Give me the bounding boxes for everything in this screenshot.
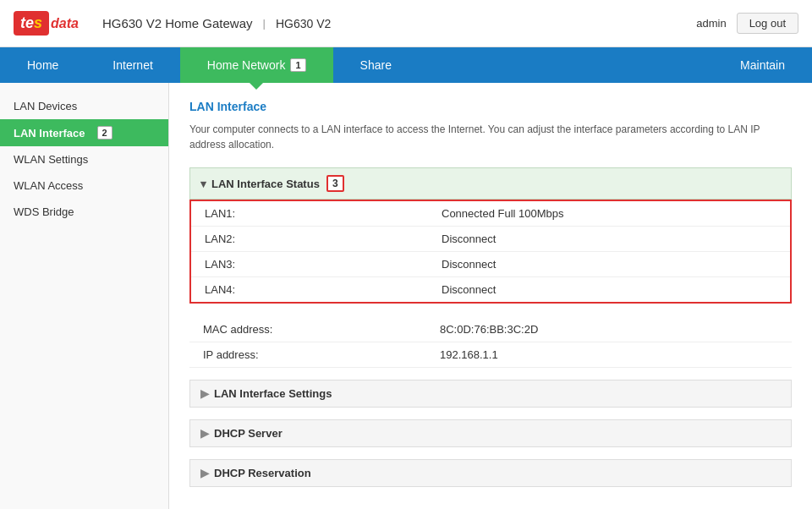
interface-status-header[interactable]: ▾ LAN Interface Status 3 xyxy=(189,167,792,200)
nav-home[interactable]: Home xyxy=(0,47,85,83)
lan-status-table: LAN1: Connected Full 100Mbps LAN2: Disco… xyxy=(189,200,792,304)
lan1-label: LAN1: xyxy=(205,207,442,220)
logo-data: data xyxy=(51,16,79,31)
nav: Home Internet Home Network 1 Share Maint… xyxy=(0,47,812,83)
logo: tes data xyxy=(14,11,79,36)
sidebar-item-lan-devices[interactable]: LAN Devices xyxy=(0,93,168,119)
header-model: HG630 V2 xyxy=(276,17,331,30)
lan2-row: LAN2: Disconnect xyxy=(191,227,790,252)
lan4-label: LAN4: xyxy=(205,283,442,296)
content: LAN Interface Your computer connects to … xyxy=(169,83,812,509)
interface-status-badge: 3 xyxy=(326,175,344,192)
dhcp-server-label: DHCP Server xyxy=(214,427,283,440)
interface-status-label: LAN Interface Status xyxy=(211,178,320,190)
page-title: LAN Interface xyxy=(189,100,792,113)
dhcp-server-header[interactable]: ▶ DHCP Server xyxy=(189,419,792,447)
lan1-row: LAN1: Connected Full 100Mbps xyxy=(191,201,790,227)
mac-value: 8C:0D:76:BB:3C:2D xyxy=(440,323,538,336)
ip-label: IP address: xyxy=(203,348,440,361)
sidebar-item-wds-bridge[interactable]: WDS Bridge xyxy=(0,199,168,225)
dhcp-reservation-arrow: ▶ xyxy=(200,467,209,479)
logout-button[interactable]: Log out xyxy=(737,13,798,34)
header-title: HG630 V2 Home Gateway xyxy=(102,16,253,30)
lan-settings-header[interactable]: ▶ LAN Interface Settings xyxy=(189,380,792,408)
header-divider: | xyxy=(263,17,266,30)
dhcp-server-arrow: ▶ xyxy=(200,427,209,440)
ip-row: IP address: 192.168.1.1 xyxy=(189,342,792,368)
ip-value: 192.168.1.1 xyxy=(440,348,498,361)
admin-label: admin xyxy=(696,17,726,30)
sidebar: LAN Devices LAN Interface 2 WLAN Setting… xyxy=(0,83,169,509)
interface-status-arrow: ▾ xyxy=(200,178,206,190)
lan4-row: LAN4: Disconnect xyxy=(191,277,790,302)
sidebar-item-wlan-settings[interactable]: WLAN Settings xyxy=(0,146,168,172)
lan1-value: Connected Full 100Mbps xyxy=(442,207,564,220)
main-layout: LAN Devices LAN Interface 2 WLAN Setting… xyxy=(0,83,812,509)
logo-icon: tes xyxy=(14,11,49,36)
nav-internet[interactable]: Internet xyxy=(85,47,179,83)
sidebar-badge: 2 xyxy=(97,126,112,140)
dhcp-reservation-label: DHCP Reservation xyxy=(214,467,311,479)
nav-home-network-badge: 1 xyxy=(290,58,305,72)
lan-settings-label: LAN Interface Settings xyxy=(214,387,332,400)
header: tes data HG630 V2 Home Gateway | HG630 V… xyxy=(0,0,812,47)
lan2-value: Disconnect xyxy=(442,233,496,245)
page-description: Your computer connects to a LAN interfac… xyxy=(189,122,792,152)
sidebar-item-wlan-access[interactable]: WLAN Access xyxy=(0,172,168,199)
header-right: admin Log out xyxy=(696,13,798,34)
lan3-label: LAN3: xyxy=(205,258,442,271)
lan4-value: Disconnect xyxy=(442,283,496,296)
lan-settings-arrow: ▶ xyxy=(200,387,209,400)
lan2-label: LAN2: xyxy=(205,233,442,245)
mac-row: MAC address: 8C:0D:76:BB:3C:2D xyxy=(189,317,792,342)
lan3-row: LAN3: Disconnect xyxy=(191,252,790,277)
mac-label: MAC address: xyxy=(203,323,440,336)
sidebar-item-lan-interface[interactable]: LAN Interface 2 xyxy=(0,119,168,146)
nav-home-network[interactable]: Home Network 1 xyxy=(180,47,333,83)
lan3-value: Disconnect xyxy=(442,258,496,271)
dhcp-reservation-header[interactable]: ▶ DHCP Reservation xyxy=(189,459,792,487)
nav-maintain[interactable]: Maintain xyxy=(713,47,812,83)
nav-share[interactable]: Share xyxy=(333,47,419,83)
